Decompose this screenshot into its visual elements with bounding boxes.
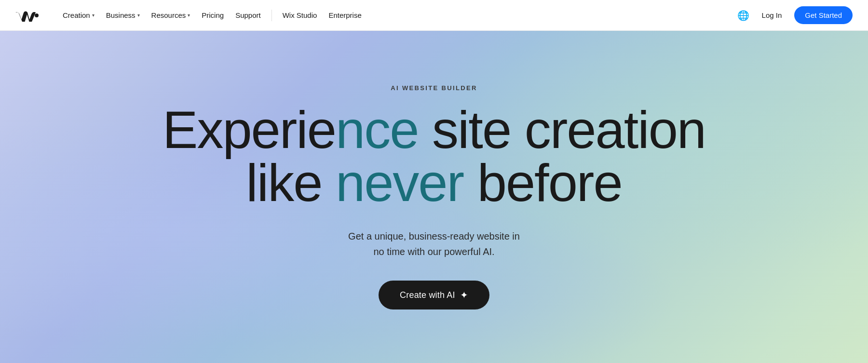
chevron-down-icon: ▾ [188,13,190,18]
hero-eyebrow: AI WEBSITE BUILDER [391,84,477,92]
nav-item-creation[interactable]: Creation ▾ [58,8,99,22]
hero-subtext: Get a unique, business-ready website in … [348,229,520,259]
nav-divider [271,10,272,21]
hero-headline-line2: like never before [24,156,844,209]
navbar: Creation ▾ Business ▾ Resources ▾ Pricin… [0,0,868,31]
headline-highlight-nce: nce [336,100,418,159]
nav-item-resources[interactable]: Resources ▾ [147,8,195,22]
login-link[interactable]: Log In [757,8,787,22]
hero-section: AI WEBSITE BUILDER Experience site creat… [0,31,868,363]
hero-headline: Experience site creation like never befo… [24,103,844,209]
nav-item-enterprise[interactable]: Enterprise [324,8,366,22]
globe-icon[interactable]: 🌐 [737,10,749,21]
cta-label: Create with AI [400,290,455,300]
get-started-button[interactable]: Get Started [794,6,853,24]
sparkle-icon: ✦ [460,289,468,301]
create-with-ai-button[interactable]: Create with AI ✦ [379,281,489,309]
svg-point-0 [35,13,39,17]
nav-right: 🌐 Log In Get Started [737,6,853,24]
nav-item-pricing[interactable]: Pricing [197,8,229,22]
chevron-down-icon: ▾ [137,13,140,18]
hero-headline-line1: Experience site creation [24,103,844,156]
hero-content: AI WEBSITE BUILDER Experience site creat… [0,84,868,309]
chevron-down-icon: ▾ [92,13,95,18]
nav-item-support[interactable]: Support [231,8,266,22]
nav-item-wix-studio[interactable]: Wix Studio [278,8,322,22]
headline-highlight-never: never [336,153,463,212]
nav-links: Creation ▾ Business ▾ Resources ▾ Pricin… [58,8,722,22]
nav-item-business[interactable]: Business ▾ [101,8,145,22]
wix-logo[interactable] [15,9,39,22]
